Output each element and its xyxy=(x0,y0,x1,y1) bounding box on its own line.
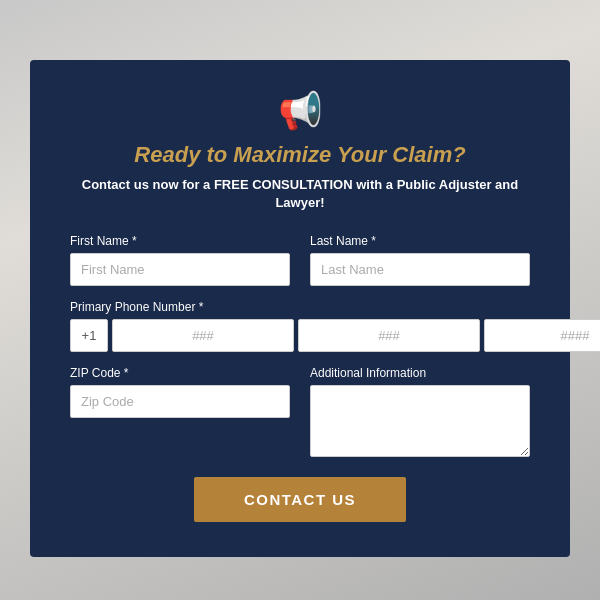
headline: Ready to Maximize Your Claim? xyxy=(70,142,530,168)
zip-code-group: ZIP Code * xyxy=(70,366,290,457)
additional-info-textarea[interactable] xyxy=(310,385,530,457)
primary-phone-country: +1 xyxy=(70,319,108,352)
additional-info-group: Additional Information xyxy=(310,366,530,457)
additional-info-label: Additional Information xyxy=(310,366,530,380)
last-name-input[interactable] xyxy=(310,253,530,286)
phone-row: Primary Phone Number * +1 Secondary Phon… xyxy=(70,300,530,352)
zip-info-row: ZIP Code * Additional Information xyxy=(70,366,530,457)
name-row: First Name * Last Name * xyxy=(70,234,530,286)
primary-phone-label: Primary Phone Number * xyxy=(70,300,600,314)
first-name-input[interactable] xyxy=(70,253,290,286)
megaphone-icon: 📢 xyxy=(278,90,323,132)
zip-code-label: ZIP Code * xyxy=(70,366,290,380)
primary-phone-group: Primary Phone Number * +1 xyxy=(70,300,600,352)
first-name-group: First Name * xyxy=(70,234,290,286)
last-name-label: Last Name * xyxy=(310,234,530,248)
last-name-group: Last Name * xyxy=(310,234,530,286)
zip-code-input[interactable] xyxy=(70,385,290,418)
first-name-label: First Name * xyxy=(70,234,290,248)
primary-phone-inputs: +1 xyxy=(70,319,600,352)
contact-us-button[interactable]: CONTACT US xyxy=(194,477,406,522)
primary-phone-seg2[interactable] xyxy=(298,319,480,352)
icon-area: 📢 xyxy=(70,90,530,132)
contact-form: First Name * Last Name * Primary Phone N… xyxy=(70,234,530,522)
primary-phone-seg3[interactable] xyxy=(484,319,600,352)
primary-phone-seg1[interactable] xyxy=(112,319,294,352)
subheadline: Contact us now for a FREE CONSULTATION w… xyxy=(70,176,530,212)
contact-form-card: 📢 Ready to Maximize Your Claim? Contact … xyxy=(30,60,570,557)
